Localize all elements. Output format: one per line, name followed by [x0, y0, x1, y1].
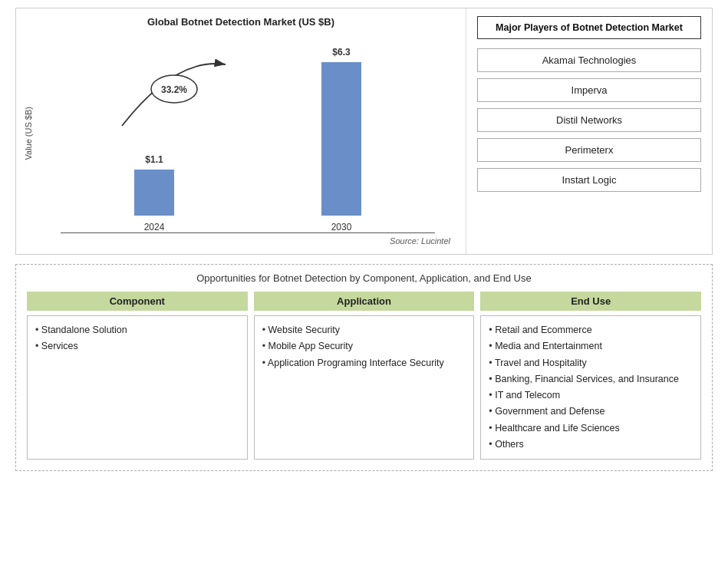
- opp-component-list: Standalone Solution Services: [35, 322, 239, 355]
- list-item: Application Programing Interface Securit…: [262, 355, 466, 371]
- opp-enduse-list: Retail and Ecommerce Media and Entertain…: [489, 322, 693, 453]
- opp-component-body: Standalone Solution Services: [27, 315, 248, 460]
- chart-area: Global Botnet Detection Market (US $B) V…: [16, 8, 466, 254]
- list-item: Standalone Solution: [35, 322, 239, 338]
- bars-area: 33.2% $1.1 2024 $6.3 2030: [38, 34, 458, 232]
- list-item: Website Security: [262, 322, 466, 338]
- page-wrapper: Global Botnet Detection Market (US $B) V…: [0, 0, 728, 479]
- list-item: Others: [489, 437, 693, 453]
- opp-enduse-body: Retail and Ecommerce Media and Entertain…: [480, 315, 701, 460]
- chart-inner: Value (US $B): [24, 34, 458, 233]
- svg-point-1: [151, 75, 197, 103]
- svg-text:33.2%: 33.2%: [161, 84, 187, 95]
- list-item: Travel and Hospitality: [489, 355, 693, 371]
- list-item: Media and Entertainment: [489, 338, 693, 354]
- player-perimeterx: Perimeterx: [477, 138, 701, 162]
- bar-2030-value: $6.3: [332, 47, 350, 58]
- list-item: Mobile App Security: [262, 338, 466, 354]
- opp-enduse-header: End Use: [480, 292, 701, 311]
- bar-2030: $6.3 2030: [321, 47, 361, 232]
- opp-columns: Component Standalone Solution Services A…: [27, 292, 701, 460]
- player-instart: Instart Logic: [477, 168, 701, 192]
- list-item: Banking, Financial Services, and Insuran…: [489, 371, 693, 387]
- opp-component-header: Component: [27, 292, 248, 311]
- chart-plot: 33.2% $1.1 2024 $6.3 2030: [38, 34, 458, 233]
- source-text: Source: Lucintel: [24, 236, 458, 246]
- opp-title: Opportunities for Botnet Detection by Co…: [27, 272, 701, 284]
- cagr-arrow: 33.2%: [107, 41, 245, 141]
- opp-application-header: Application: [254, 292, 475, 311]
- bar-2024-label: 2024: [144, 222, 165, 232]
- opp-column-component: Component Standalone Solution Services: [27, 292, 248, 460]
- players-area: Major Players of Botnet Detection Market…: [466, 8, 712, 254]
- list-item: Healthcare and Life Sciences: [489, 420, 693, 437]
- list-item: Government and Defense: [489, 404, 693, 420]
- list-item: Retail and Ecommerce: [489, 322, 693, 338]
- player-akamai: Akamai Technologies: [477, 48, 701, 72]
- opp-column-enduse: End Use Retail and Ecommerce Media and E…: [480, 292, 701, 460]
- player-distil: Distil Networks: [477, 108, 701, 132]
- opp-application-body: Website Security Mobile App Security App…: [254, 315, 475, 460]
- opp-application-list: Website Security Mobile App Security App…: [262, 322, 466, 371]
- top-section: Global Botnet Detection Market (US $B) V…: [15, 8, 713, 255]
- players-title: Major Players of Botnet Detection Market: [477, 16, 701, 39]
- bar-2030-rect: [321, 62, 361, 216]
- list-item: IT and Telecom: [489, 387, 693, 404]
- bar-2024-rect: [134, 170, 174, 216]
- bar-2024: $1.1 2024: [134, 154, 174, 232]
- list-item: Services: [35, 338, 239, 354]
- x-axis-line: [61, 232, 435, 233]
- bar-2030-label: 2030: [331, 222, 352, 232]
- chart-title: Global Botnet Detection Market (US $B): [24, 16, 458, 28]
- bar-2024-value: $1.1: [145, 154, 163, 165]
- opp-column-application: Application Website Security Mobile App …: [254, 292, 475, 460]
- y-axis-label: Value (US $B): [24, 107, 33, 160]
- player-imperva: Imperva: [477, 78, 701, 102]
- opportunities-section: Opportunities for Botnet Detection by Co…: [15, 264, 713, 471]
